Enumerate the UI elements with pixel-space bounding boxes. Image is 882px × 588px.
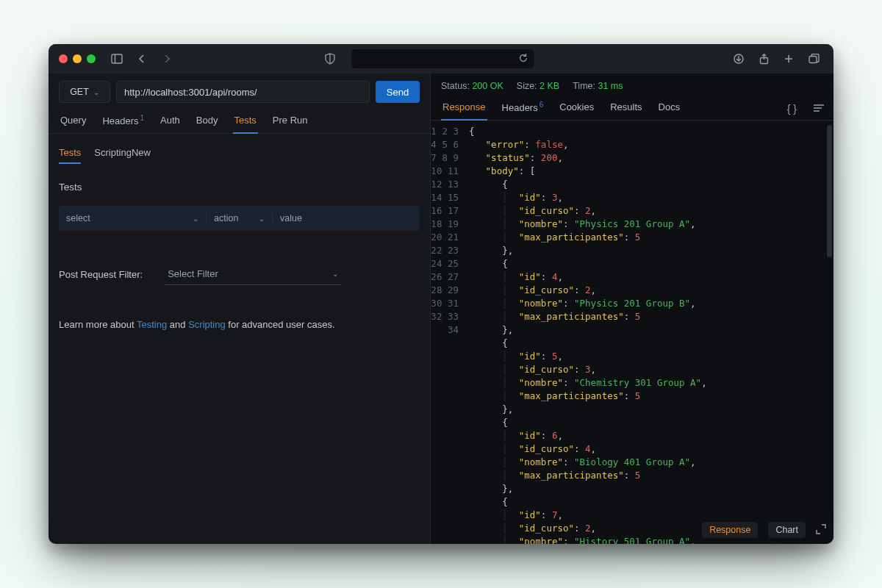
response-body[interactable]: 1 2 3 4 5 6 7 8 9 10 11 12 13 14 15 16 1…: [431, 121, 833, 544]
size-value: 2 KB: [539, 81, 559, 91]
window-controls: [59, 54, 96, 63]
method-label: GET: [70, 87, 89, 97]
response-view-switch: Response Chart: [702, 522, 826, 538]
response-menu-icon[interactable]: [811, 103, 826, 115]
request-tabs: QueryHeaders1AuthBodyTestsPre Run: [49, 109, 430, 134]
code-lines: { "error": false, "status": 200, "body":…: [465, 121, 833, 544]
send-button[interactable]: Send: [376, 81, 420, 103]
view-chart-tab[interactable]: Chart: [768, 522, 806, 538]
tab-headers[interactable]: Headers6: [501, 96, 545, 121]
request-url-input[interactable]: [116, 81, 370, 103]
tab-cookies[interactable]: Cookies: [558, 97, 595, 120]
line-gutter: 1 2 3 4 5 6 7 8 9 10 11 12 13 14 15 16 1…: [431, 121, 465, 544]
tab-headers[interactable]: Headers1: [101, 110, 146, 134]
close-window-button[interactable]: [59, 54, 68, 63]
response-status-line: Status: 200 OK Size: 2 KB Time: 31 ms: [431, 74, 833, 96]
tab-body[interactable]: Body: [195, 110, 220, 133]
tabs-icon[interactable]: [804, 50, 823, 68]
app-window: GET ⌄ Send QueryHeaders1AuthBodyTestsPre…: [49, 44, 833, 544]
main-split: GET ⌄ Send QueryHeaders1AuthBodyTestsPre…: [49, 74, 833, 544]
tab-results[interactable]: Results: [609, 97, 643, 120]
post-request-filter-row: Post Request Filter: Select Filter ⌄: [59, 263, 420, 285]
method-select[interactable]: GET ⌄: [59, 81, 110, 103]
format-json-icon[interactable]: { }: [786, 103, 798, 115]
maximize-window-button[interactable]: [87, 54, 96, 63]
tab-tests[interactable]: Tests: [233, 110, 258, 133]
tab-auth[interactable]: Auth: [159, 110, 182, 133]
post-filter-select[interactable]: Select Filter ⌄: [165, 263, 341, 285]
browser-url-bar[interactable]: [351, 49, 534, 68]
status-value: 200 OK: [472, 81, 503, 91]
view-response-tab[interactable]: Response: [702, 522, 758, 538]
time-value: 31 ms: [598, 81, 623, 91]
subtab-tests[interactable]: Tests: [59, 144, 81, 164]
chevron-down-icon: ⌄: [259, 215, 265, 223]
reload-icon[interactable]: [518, 53, 528, 65]
assertion-row: select ⌄ action ⌄ value: [59, 206, 420, 231]
tab-docs[interactable]: Docs: [657, 97, 682, 120]
right-panel: Status: 200 OK Size: 2 KB Time: 31 ms Re…: [431, 74, 833, 544]
svg-rect-9: [809, 57, 817, 63]
testing-link[interactable]: Testing: [137, 319, 167, 330]
nav-forward-icon[interactable]: [157, 50, 176, 68]
share-icon[interactable]: [754, 50, 773, 68]
post-filter-label: Post Request Filter:: [59, 269, 143, 280]
minimize-window-button[interactable]: [73, 54, 82, 63]
nav-back-icon[interactable]: [132, 50, 151, 68]
assert-select-cell[interactable]: select ⌄: [59, 213, 207, 223]
assert-action-cell[interactable]: action ⌄: [207, 213, 273, 223]
left-panel: GET ⌄ Send QueryHeaders1AuthBodyTestsPre…: [49, 74, 431, 544]
new-tab-icon[interactable]: [779, 50, 798, 68]
assert-value-cell[interactable]: value: [273, 213, 420, 223]
scripting-link[interactable]: Scripting: [188, 319, 226, 330]
sidebar-toggle-icon[interactable]: [107, 50, 126, 68]
shield-icon[interactable]: [320, 50, 340, 68]
request-row: GET ⌄ Send: [49, 74, 430, 109]
tab-response[interactable]: Response: [441, 97, 487, 120]
expand-icon[interactable]: [816, 524, 826, 537]
chevron-down-icon: ⌄: [332, 270, 338, 278]
titlebar: [49, 44, 833, 74]
subtab-scripting[interactable]: ScriptingNew: [94, 144, 151, 164]
scrollbar[interactable]: [827, 125, 832, 257]
chevron-down-icon: ⌄: [93, 88, 99, 96]
tests-subtabs: TestsScriptingNew: [59, 141, 420, 165]
response-tabs: ResponseHeaders6CookiesResultsDocs{ }: [431, 96, 833, 121]
chevron-down-icon: ⌄: [193, 215, 198, 223]
tab-pre-run[interactable]: Pre Run: [271, 110, 309, 133]
download-icon[interactable]: [729, 50, 748, 68]
tests-panel: TestsScriptingNew Tests select ⌄ action …: [49, 134, 430, 337]
tests-section-title: Tests: [59, 179, 420, 193]
learn-more-text: Learn more about Testing and Scripting f…: [59, 319, 420, 330]
svg-rect-0: [112, 54, 122, 63]
tab-query[interactable]: Query: [59, 110, 87, 133]
